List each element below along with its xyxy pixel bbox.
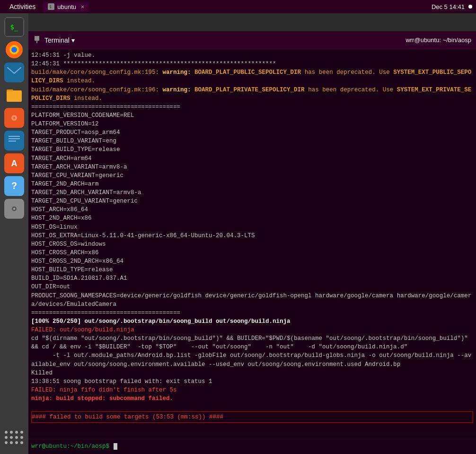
svg-point-4	[11, 47, 17, 53]
sidebar-item-help[interactable]: ?	[4, 176, 24, 196]
term-line: OUT_DIR=out	[31, 283, 473, 291]
term-line: TARGET_CPU_VARIANT=generic	[31, 171, 473, 180]
terminal-prompt-bar: wrr@ubuntu:~/bin/aosp$	[28, 439, 476, 454]
terminal-output[interactable]: 12:45:31 -j value. 12:45:31 ************…	[28, 49, 476, 439]
sidebar-item-apps[interactable]	[4, 430, 24, 450]
sidebar-item-appstore[interactable]: A	[4, 153, 24, 173]
svg-point-10	[13, 117, 15, 119]
term-line: HOST_2ND_ARCH=x86	[31, 214, 473, 223]
status-indicator	[468, 5, 472, 9]
term-line: HOST_OS=linux	[31, 223, 473, 231]
term-line: HOST_CROSS_OS=windows	[31, 240, 473, 249]
term-line-ninja-failed: FAILED: ninja fifo didn't finish after 5…	[31, 386, 473, 394]
term-line: build/make/core/soong_config.mk:195: war…	[31, 68, 473, 85]
sidebar: $_	[0, 13, 28, 454]
term-line-error-box: #### failed to build some targets (53:53…	[31, 411, 473, 423]
svg-text:A: A	[11, 159, 18, 168]
svg-text:$: $	[49, 5, 52, 9]
terminal-cursor	[114, 443, 117, 450]
term-line	[31, 403, 473, 411]
system-bar: Activities $ ubuntu ✕ Dec 5 14:41	[0, 0, 476, 13]
term-line: TARGET_BUILD_VARIANT=eng	[31, 137, 473, 145]
sidebar-item-mail[interactable]	[4, 62, 24, 82]
sidebar-item-files[interactable]	[4, 85, 24, 105]
term-line: HOST_CROSS_ARCH=x86	[31, 249, 473, 257]
term-line: TARGET_BUILD_TYPE=release	[31, 145, 473, 154]
term-line: TARGET_2ND_ARCH=arm	[31, 180, 473, 188]
svg-rect-12	[9, 136, 20, 137]
prompt-text: wrr@ubuntu:~/bin/aosp$	[31, 444, 109, 450]
term-line: [100% 250/250] out/soong/.bootstrap/bin/…	[31, 317, 473, 326]
terminal-prompt[interactable]: wrr@ubuntu:~/bin/aosp$	[31, 443, 117, 450]
term-line: HOST_BUILD_TYPE=release	[31, 266, 473, 274]
datetime-label: Dec 5 14:41	[432, 3, 465, 10]
terminal-menu-chevron: ▾	[71, 36, 75, 44]
svg-text:?: ?	[11, 180, 17, 191]
term-line: ========================================…	[31, 103, 473, 111]
window-tab[interactable]: $ ubuntu ✕	[43, 2, 89, 12]
svg-rect-23	[36, 41, 37, 43]
term-line: 12:45:31 *******************************…	[31, 60, 473, 68]
term-line: TARGET_PRODUCT=aosp_arm64	[31, 128, 473, 137]
svg-rect-13	[9, 138, 20, 139]
pin-icon[interactable]	[33, 36, 41, 45]
svg-rect-22	[35, 36, 39, 41]
term-line: TARGET_2ND_ARCH_VARIANT=armv8-a	[31, 188, 473, 197]
term-line: Killed	[31, 369, 473, 377]
term-line: PLATFORM_VERSION=12	[31, 120, 473, 128]
term-line: 12:45:31 -j value.	[31, 51, 473, 60]
svg-rect-7	[7, 89, 13, 91]
term-line: TARGET_ARCH_VARIANT=armv8-a	[31, 163, 473, 171]
sidebar-item-firefox[interactable]	[4, 40, 24, 60]
term-line-failed: FAILED: out/soong/build.ninja	[31, 326, 473, 334]
term-line: build/make/core/soong_config.mk:196: war…	[31, 86, 473, 103]
term-line: HOST_CROSS_2ND_ARCH=x86_64	[31, 257, 473, 266]
apps-grid-icon	[5, 431, 24, 450]
term-line: 13:38:51 soong bootstrap failed with: ex…	[31, 377, 473, 386]
sidebar-item-music[interactable]	[4, 108, 24, 128]
activities-button[interactable]: Activities	[4, 1, 41, 12]
term-line: cd "$(dirname "out/soong/.bootstrap/bin/…	[31, 334, 473, 369]
sidebar-item-writer[interactable]	[4, 131, 24, 151]
term-line: BUILD_ID=SD1A.210817.037.A1	[31, 274, 473, 283]
terminal-window: Terminal ▾ wrr@ubuntu: ~/bin/aosp 12:45:…	[28, 31, 476, 454]
svg-point-21	[13, 208, 15, 210]
term-line: ========================================…	[31, 309, 473, 317]
window-tab-icon: $	[48, 3, 54, 10]
term-line: HOST_OS_EXTRA=Linux-5.11.0-41-generic-x8…	[31, 231, 473, 240]
term-line: HOST_ARCH=x86_64	[31, 205, 473, 214]
window-tab-label: ubuntu	[57, 3, 76, 10]
term-line-subcommand-failed: ninja: build stopped: subcommand failed.	[31, 394, 473, 403]
sidebar-item-terminal[interactable]: $_	[4, 17, 24, 37]
terminal-menu-label: Terminal	[44, 36, 70, 44]
sidebar-item-dvd[interactable]	[4, 199, 24, 219]
window-close-icon[interactable]: ✕	[81, 3, 84, 10]
terminal-titlebar: Terminal ▾ wrr@ubuntu: ~/bin/aosp	[28, 31, 476, 49]
terminal-menu-button[interactable]: Terminal ▾	[44, 36, 75, 44]
term-line: TARGET_ARCH=arm64	[31, 154, 473, 163]
terminal-title: wrr@ubuntu: ~/bin/aosp	[79, 36, 471, 44]
term-line: TARGET_2ND_CPU_VARIANT=generic	[31, 197, 473, 205]
term-line: PRODUCT_SOONG_NAMESPACES=device/generic/…	[31, 292, 473, 309]
system-bar-left: Activities $ ubuntu ✕	[4, 1, 89, 12]
svg-rect-14	[9, 141, 16, 142]
term-line: PLATFORM_VERSION_CODENAME=REL	[31, 111, 473, 120]
svg-rect-6	[7, 90, 22, 102]
system-bar-right: Dec 5 14:41	[432, 3, 472, 10]
